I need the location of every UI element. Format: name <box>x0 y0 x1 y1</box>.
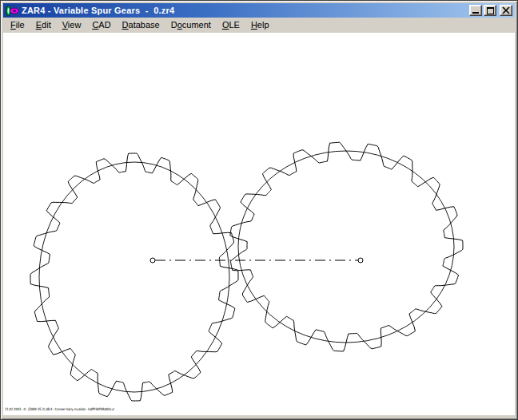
menu-item-document[interactable]: Document <box>165 18 217 31</box>
menu-item-view[interactable]: View <box>57 18 87 31</box>
close-button[interactable] <box>500 5 512 16</box>
close-icon <box>501 6 511 14</box>
menu-item-file[interactable]: File <box>5 18 30 31</box>
gear-pair-drawing <box>3 33 515 415</box>
menu-item-ole[interactable]: OLE <box>217 18 245 31</box>
maximize-icon <box>487 7 494 14</box>
drawing-footer-stamp: 21.02.2003 - 0 - (ZAR4 V5.2) dB 4 - Conn… <box>5 407 114 411</box>
minimize-button[interactable] <box>469 5 482 16</box>
minimize-icon <box>472 12 479 14</box>
app-icon[interactable] <box>5 5 19 17</box>
menu-item-help[interactable]: Help <box>245 18 275 31</box>
menu-item-cad[interactable]: CAD <box>86 18 116 31</box>
window-title: ZAR4 - Variable Spur Gears - 0.zr4 <box>22 6 469 15</box>
zar4-window: ZAR4 - Variable Spur Gears - 0.zr4 FileE… <box>0 0 518 420</box>
title-bar[interactable]: ZAR4 - Variable Spur Gears - 0.zr4 <box>3 3 515 18</box>
maximize-button[interactable] <box>484 5 496 16</box>
menu-item-database[interactable]: Database <box>117 18 165 31</box>
menu-item-edit[interactable]: Edit <box>30 18 57 31</box>
menu-bar: FileEditViewCADDatabaseDocumentOLEHelp <box>3 18 515 33</box>
caption-buttons <box>469 5 512 16</box>
drawing-area: 21.02.2003 - 0 - (ZAR4 V5.2) dB 4 - Conn… <box>3 33 515 415</box>
